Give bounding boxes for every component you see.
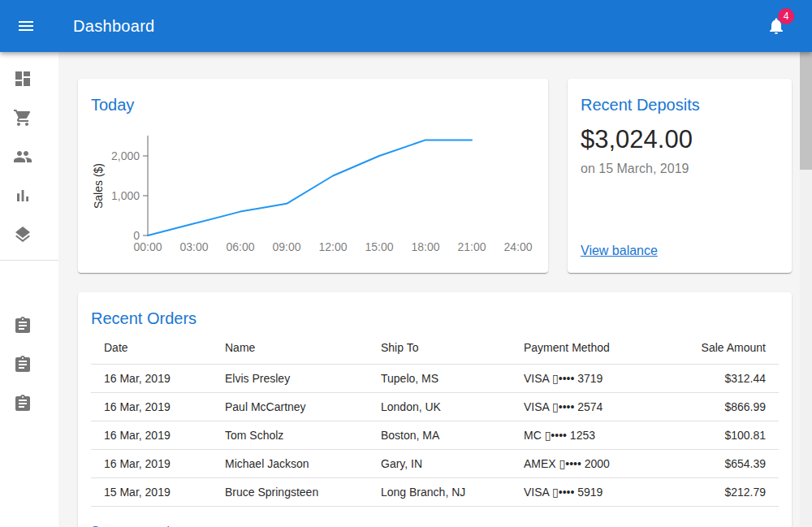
today-card: Today 01,0002,00000:0003:0006:0009:0012:… xyxy=(78,79,548,273)
table-row: 16 Mar, 2019 Elvis Presley Tupelo, MS VI… xyxy=(91,365,779,393)
table-row: 16 Mar, 2019 Michael Jackson Gary, IN AM… xyxy=(91,450,779,478)
assignment-icon xyxy=(13,316,32,335)
order-ship-to: Boston, MA xyxy=(368,421,511,450)
order-payment-method: AMEX ▯•••• 2000 xyxy=(511,450,665,478)
orders-table: Date Name Ship To Payment Method Sale Am… xyxy=(91,331,779,507)
order-date: 16 Mar, 2019 xyxy=(91,365,212,393)
assignment-icon xyxy=(13,355,32,374)
order-date: 15 Mar, 2019 xyxy=(91,478,212,507)
today-card-title: Today xyxy=(91,92,134,118)
order-payment-method: VISA ▯•••• 5919 xyxy=(511,478,665,507)
order-ship-to: London, UK xyxy=(368,393,511,421)
order-name: Tom Scholz xyxy=(212,421,368,450)
svg-text:03:00: 03:00 xyxy=(179,240,208,253)
recent-orders-card: Recent Orders Date Name Ship To Payment … xyxy=(78,292,792,527)
view-balance-link[interactable]: View balance xyxy=(581,244,658,258)
col-header-ship-to: Ship To xyxy=(368,331,511,365)
order-sale-amount: $312.44 xyxy=(665,365,779,393)
order-payment-method: MC ▯•••• 1253 xyxy=(511,421,665,450)
order-sale-amount: $100.81 xyxy=(665,421,779,450)
table-row: 16 Mar, 2019 Paul McCartney London, UK V… xyxy=(91,393,779,421)
shopping-cart-icon xyxy=(13,108,32,127)
order-sale-amount: $866.99 xyxy=(665,393,779,421)
layers-icon xyxy=(13,225,32,244)
sidebar-item-dashboard[interactable] xyxy=(0,59,58,98)
bar-chart-icon xyxy=(13,186,32,205)
notification-badge: 4 xyxy=(778,8,794,24)
svg-text:15:00: 15:00 xyxy=(365,240,393,253)
sales-line-chart: 01,0002,00000:0003:0006:0009:0012:0015:0… xyxy=(78,123,548,273)
menu-button[interactable] xyxy=(16,16,36,36)
deposit-date: on 15 March, 2019 xyxy=(581,161,779,177)
order-date: 16 Mar, 2019 xyxy=(91,393,212,421)
orders-card-title: Recent Orders xyxy=(91,305,779,331)
table-row: 16 Mar, 2019 Tom Scholz Boston, MA MC ▯•… xyxy=(91,421,779,450)
sidebar-item-integrations[interactable] xyxy=(0,215,58,254)
people-icon xyxy=(13,147,32,166)
deposit-amount: $3,024.00 xyxy=(581,125,779,154)
order-name: Paul McCartney xyxy=(212,393,368,421)
col-header-date: Date xyxy=(91,331,212,365)
sidebar-main-list xyxy=(0,52,58,254)
dashboard-icon xyxy=(13,69,32,89)
svg-text:18:00: 18:00 xyxy=(411,240,439,253)
scrollbar-track[interactable] xyxy=(800,52,812,527)
svg-text:Sales ($): Sales ($) xyxy=(92,163,105,209)
col-header-payment-method: Payment Method xyxy=(511,331,665,365)
table-header-row: Date Name Ship To Payment Method Sale Am… xyxy=(91,331,779,365)
sidebar xyxy=(0,52,58,527)
svg-text:2,000: 2,000 xyxy=(111,149,140,162)
sidebar-item-report-1[interactable] xyxy=(0,306,58,345)
sidebar-item-report-3[interactable] xyxy=(0,384,58,423)
order-name: Bruce Springsteen xyxy=(212,478,368,507)
svg-text:00:00: 00:00 xyxy=(133,240,162,253)
page-title: Dashboard xyxy=(73,17,155,36)
svg-text:21:00: 21:00 xyxy=(457,240,486,253)
order-date: 16 Mar, 2019 xyxy=(91,450,212,478)
sidebar-item-report-2[interactable] xyxy=(0,345,58,384)
hamburger-menu-icon xyxy=(16,16,36,36)
order-ship-to: Tupelo, MS xyxy=(368,365,511,393)
col-header-sale-amount: Sale Amount xyxy=(665,331,779,365)
sidebar-item-reports[interactable] xyxy=(0,176,58,215)
order-ship-to: Gary, IN xyxy=(368,450,511,478)
svg-text:09:00: 09:00 xyxy=(272,240,300,253)
col-header-name: Name xyxy=(212,331,368,365)
assignment-icon xyxy=(13,394,32,413)
order-name: Michael Jackson xyxy=(212,450,368,478)
table-row: 15 Mar, 2019 Bruce Springsteen Long Bran… xyxy=(91,478,779,507)
svg-text:1,000: 1,000 xyxy=(111,189,140,202)
sidebar-item-customers[interactable] xyxy=(0,137,58,176)
svg-text:24:00: 24:00 xyxy=(503,240,532,253)
scrollbar-thumb[interactable] xyxy=(800,52,812,170)
order-date: 16 Mar, 2019 xyxy=(91,421,212,450)
sidebar-item-orders[interactable] xyxy=(0,98,58,137)
sidebar-secondary-list xyxy=(0,306,58,423)
app-bar: Dashboard 4 xyxy=(0,0,812,52)
recent-deposits-card: Recent Deposits $3,024.00 on 15 March, 2… xyxy=(568,79,792,273)
order-payment-method: VISA ▯•••• 3719 xyxy=(511,365,665,393)
order-name: Elvis Presley xyxy=(212,365,368,393)
svg-text:06:00: 06:00 xyxy=(226,240,254,253)
sidebar-divider xyxy=(0,260,58,261)
order-sale-amount: $212.79 xyxy=(665,478,779,507)
order-payment-method: VISA ▯•••• 2574 xyxy=(511,393,665,421)
svg-text:12:00: 12:00 xyxy=(318,240,347,253)
order-ship-to: Long Branch, NJ xyxy=(368,478,511,507)
deposits-card-title: Recent Deposits xyxy=(581,92,779,118)
order-sale-amount: $654.39 xyxy=(665,450,779,478)
